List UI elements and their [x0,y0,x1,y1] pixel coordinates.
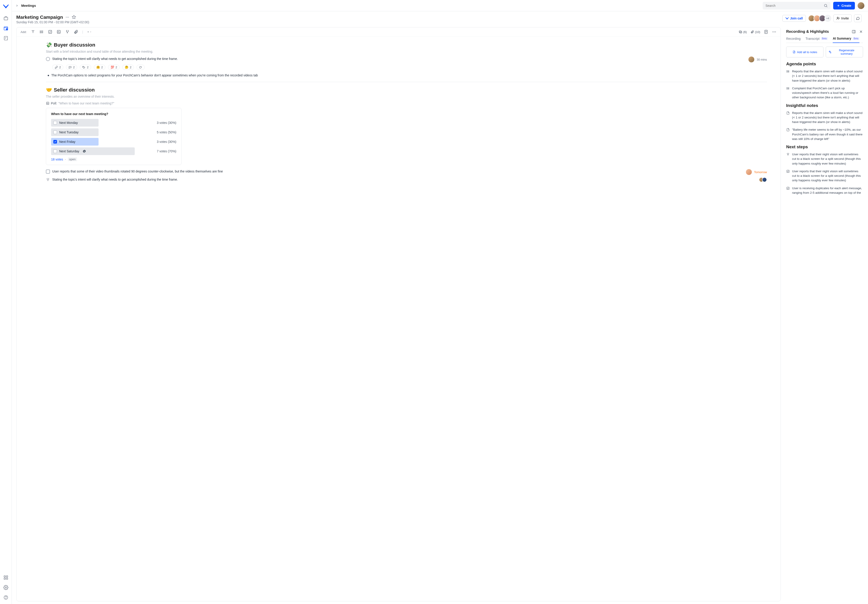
next-step-item[interactable]: User is receiving duplicates for each al… [786,186,863,195]
task-text: Stating the topic's intent will clarify … [52,57,746,61]
next-step-item[interactable]: User reports that their night vision wil… [786,152,863,166]
assignee-avatar[interactable] [746,169,752,175]
task-checkbox-square[interactable] [46,170,50,173]
insightful-heading: Insightful notes [786,103,863,108]
svg-point-10 [6,598,6,599]
search-icon [824,4,828,8]
svg-point-14 [68,17,69,18]
poll-checkbox-checked[interactable] [53,140,57,144]
comments-icon [739,30,742,34]
poll-option[interactable]: Next Tuesday 5 votes (50%) [51,129,176,136]
poll-votes: 3 votes (30%) [157,140,176,144]
nav-calendar-icon[interactable] [3,26,8,31]
next-step-item[interactable]: User reports that their night vision wil… [786,169,863,183]
section-divider [46,82,767,82]
svg-point-35 [787,88,787,88]
nav-briefcase-icon[interactable] [3,16,8,21]
poll-checkbox[interactable] [53,130,57,134]
poll-total-votes[interactable]: 18 votes [51,158,63,161]
decision-small-icon [786,153,790,156]
search-box[interactable] [763,2,831,9]
check-square-icon [786,186,790,190]
user-avatar[interactable] [857,2,864,9]
poll-checkbox[interactable] [53,121,57,125]
svg-point-15 [837,17,838,18]
task-row[interactable]: Stating the topic's intent will clarify … [46,177,767,182]
clip-icon [750,30,754,34]
reaction-add[interactable] [136,65,145,70]
participant-avatars[interactable]: +4 [808,15,831,22]
participant-more[interactable]: +4 [825,15,831,22]
insightful-item[interactable]: "Battery life meter seems to be off by ~… [786,127,863,141]
text-icon[interactable] [31,29,35,34]
more-icon[interactable] [772,29,777,34]
tab-transcript[interactable]: TranscriptBeta [806,37,828,43]
chat-icon [856,16,860,20]
join-call-button[interactable]: Join call [782,15,806,22]
invite-button[interactable]: Invite [834,14,852,22]
insightful-item[interactable]: Reports that the alarm siren will make a… [786,111,863,125]
file-plus-icon [792,50,796,54]
poll-checkbox[interactable] [53,149,57,153]
agenda-item[interactable]: Complaint that PorchCam can't pick up vo… [786,86,863,100]
bullet-dot-icon [48,75,49,76]
chat-button[interactable] [854,14,862,22]
poll-icon[interactable] [56,29,61,34]
plus-dropdown-icon[interactable] [87,29,91,34]
svg-rect-19 [49,30,51,33]
poll-option-selected[interactable]: Next Friday 3 votes (30%) [51,138,176,146]
svg-point-16 [40,31,40,31]
poll-option[interactable]: Next Monday 3 votes (30%) [51,119,176,127]
reaction-link[interactable]: 2 [52,65,63,70]
regenerate-summary-button[interactable]: Regenerate summary [826,46,863,57]
app-logo[interactable] [3,3,9,9]
tab-recording[interactable]: Recording [786,37,801,43]
agenda-item[interactable]: Reports that the alarm siren will make a… [786,69,863,83]
poll-option[interactable]: Next Saturday 7 votes (70%) [51,147,176,155]
task-row[interactable]: Stating the topic's intent will clarify … [46,57,767,62]
breadcrumb-page[interactable]: Meetings [21,4,36,8]
svg-rect-5 [6,576,8,577]
svg-point-28 [140,66,141,68]
page-subtitle: Sunday Feb 15, 01:00 PM - 02:00 PM (GMT+… [16,20,89,24]
checkbox-icon[interactable] [48,29,53,34]
attachment-icon[interactable] [74,29,78,34]
reaction-comment[interactable]: 2 [66,65,77,70]
list-icon[interactable] [39,29,44,34]
agenda-heading: Agenda points [786,62,863,67]
nav-checklist-icon[interactable] [3,36,8,41]
tab-ai-summary[interactable]: AI SummaryBeta [833,37,859,43]
template-icon[interactable] [764,29,768,34]
comments-count[interactable]: (6) [739,30,747,34]
attachments-count[interactable]: (10) [750,30,760,34]
panel-layout-icon[interactable] [852,29,856,34]
svg-rect-7 [6,578,8,579]
decision-icon[interactable] [65,29,70,34]
svg-point-34 [787,87,787,88]
task-checkbox[interactable] [46,57,50,61]
task-text: User reports that some of their video th… [52,169,744,174]
star-icon[interactable] [72,15,76,19]
topbar: Meetings Create [12,0,868,11]
reaction-tag[interactable]: 2 [80,65,91,70]
close-icon[interactable] [859,29,863,34]
file-icon [786,128,790,132]
search-input[interactable] [766,4,822,8]
nav-settings-icon[interactable] [3,585,8,590]
reaction-hug[interactable]: 🤗2 [94,65,105,70]
task-row[interactable]: User reports that some of their video th… [46,169,767,175]
reaction-thinking[interactable]: 🤔2 [122,65,134,70]
person-plus-icon [836,17,840,20]
poll-title: When to have our next team meeting? [51,112,176,116]
create-button[interactable]: Create [833,2,855,9]
assignee-avatars[interactable] [759,177,767,182]
reaction-hundred[interactable]: 💯2 [108,65,119,70]
nav-apps-icon[interactable] [3,575,8,580]
nav-help-icon[interactable] [3,595,8,600]
add-all-to-notes-button[interactable]: Add all to notes [786,46,823,57]
sidebar-nav [0,0,12,604]
more-dots-icon[interactable] [65,15,70,19]
right-panel: Recording & Highlights Recording Transcr… [784,26,868,604]
svg-point-24 [773,32,773,33]
assignee-avatar[interactable] [749,57,754,62]
